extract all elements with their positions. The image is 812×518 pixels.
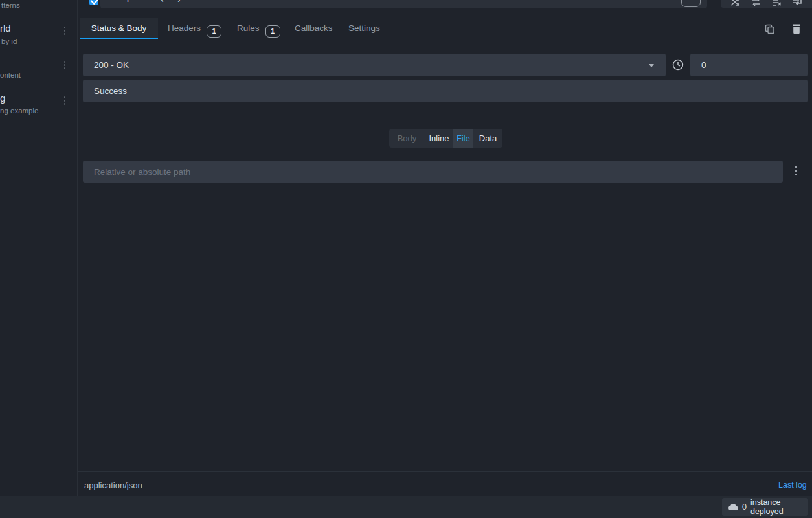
response-dropdown-button[interactable]: Response 1 (200) Success [100,0,707,8]
routes-sidebar: tterns rld by id ontent g ng example [0,0,78,496]
status-code-value: 200 - OK [94,60,129,70]
sequential-response-icon[interactable] [751,0,761,7]
route-doc-fragment: tterns [1,1,20,9]
route-menu-kebab-icon[interactable] [60,96,69,107]
disable-rules-icon[interactable] [772,0,782,7]
response-selector-strip: Response 1 (200) Success [78,0,812,9]
tab-status-body[interactable]: Status & Body [80,18,158,39]
chevron-down-icon [649,64,654,67]
route-menu-kebab-icon[interactable] [60,27,69,37]
route-doc-fragment: ontent [0,71,21,79]
latency-clock-icon [672,59,684,71]
duplicate-response-button[interactable] [762,21,778,37]
file-path-menu-kebab-icon[interactable] [789,162,802,181]
body-type-toggle: Body Inline File Data [389,129,502,148]
fallback-mode-icon[interactable] [793,0,802,7]
tab-settings[interactable]: Settings [348,18,380,39]
response-flag-badge-icon [681,0,701,7]
response-tab-bar: Status & Body Headers1 Rules1 Callbacks … [78,18,812,39]
footer-divider [78,471,812,472]
trash-icon [792,24,801,34]
default-response-flag-icon[interactable] [89,0,98,5]
response-mode-toolbar [721,0,812,8]
copy-icon [765,24,775,34]
route-doc-fragment: ng example [0,107,38,115]
latency-input[interactable] [690,54,808,76]
random-response-icon[interactable] [730,0,740,7]
status-code-select[interactable]: 200 - OK [83,54,666,76]
response-label: Success [186,0,219,2]
response-label-input[interactable] [83,80,808,102]
last-log-link[interactable]: Last log [778,480,807,490]
body-type-data[interactable]: Data [473,129,502,148]
route-doc-fragment: by id [1,38,17,45]
cloud-icon [728,502,738,513]
app-status-bar: 0 instance deployed [0,496,812,518]
content-type-label: application/json [84,480,142,490]
mockoon-window: tterns rld by id ontent g ng example Res… [0,0,812,518]
body-toggle-label: Body [389,129,425,148]
tab-callbacks[interactable]: Callbacks [295,18,333,39]
instance-count: 0 [742,502,747,512]
route-title-fragment: g [0,93,5,104]
response-title: Response 1 (200) Success [111,0,219,8]
tab-rules[interactable]: Rules1 [237,18,280,39]
file-path-input[interactable] [83,161,783,183]
delete-response-button[interactable] [789,21,804,37]
body-type-inline[interactable]: Inline [425,129,453,148]
body-type-file[interactable]: File [453,129,473,148]
rules-count-badge: 1 [265,25,280,38]
route-menu-kebab-icon[interactable] [60,61,69,71]
headers-count-badge: 1 [207,25,221,38]
route-title-fragment: rld [0,23,11,34]
instances-deployed-button[interactable]: 0 instance deployed [722,498,808,516]
tab-headers[interactable]: Headers1 [168,18,221,39]
instance-deployed-label: instance deployed [750,498,808,516]
